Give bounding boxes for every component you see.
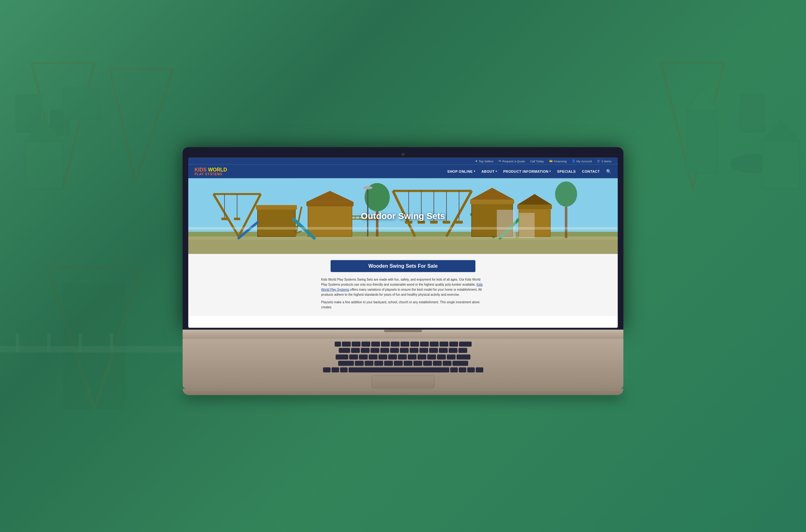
key[interactable] xyxy=(430,341,439,346)
key[interactable] xyxy=(410,341,419,346)
svg-rect-67 xyxy=(405,221,413,224)
key[interactable] xyxy=(349,354,358,359)
key[interactable] xyxy=(427,354,436,359)
cart-link[interactable]: 🛒 0 Items xyxy=(597,159,611,163)
key[interactable] xyxy=(443,361,452,366)
key[interactable] xyxy=(459,367,466,373)
search-button[interactable]: 🔍 xyxy=(606,169,611,174)
key[interactable] xyxy=(351,348,360,353)
laptop-hinge-area xyxy=(183,329,623,338)
svg-rect-44 xyxy=(256,205,297,210)
logo[interactable]: KIDS WORLD PLAY SYSTEMS xyxy=(195,167,227,176)
key[interactable] xyxy=(380,348,389,353)
key[interactable] xyxy=(447,354,456,359)
key[interactable] xyxy=(365,361,373,366)
nav-product-info[interactable]: PRODUCT INFORMATION ▾ xyxy=(503,170,551,173)
keyboard xyxy=(216,341,590,373)
nav-specials[interactable]: SPECIALS xyxy=(557,170,576,173)
key[interactable] xyxy=(355,361,364,366)
key[interactable] xyxy=(429,348,438,353)
key[interactable] xyxy=(457,354,470,359)
key[interactable] xyxy=(369,354,378,359)
key[interactable] xyxy=(419,348,428,353)
top-bar: ★ Top Sellers ✉ Request a Quote Call Tod… xyxy=(188,158,618,164)
hero-title: Outdoor Swing Sets xyxy=(361,211,445,221)
logo-kids: KIDS xyxy=(195,167,208,172)
key[interactable] xyxy=(394,361,403,366)
key[interactable] xyxy=(467,367,475,373)
key[interactable] xyxy=(409,348,418,353)
key[interactable] xyxy=(331,367,339,373)
key[interactable] xyxy=(440,341,448,346)
key[interactable] xyxy=(459,341,472,346)
laptop-camera xyxy=(401,153,405,156)
request-quote-link[interactable]: ✉ Request a Quote xyxy=(499,159,525,163)
key[interactable] xyxy=(336,354,348,359)
svg-rect-74 xyxy=(470,200,514,204)
hero-section: Outdoor Swing Sets xyxy=(188,178,618,254)
key[interactable] xyxy=(371,341,380,346)
logo-world: WORLD xyxy=(208,167,227,172)
trackpad[interactable] xyxy=(371,375,435,388)
nav-contact[interactable]: CONTACT xyxy=(582,170,600,173)
key[interactable] xyxy=(374,361,383,366)
key[interactable] xyxy=(450,367,458,373)
svg-rect-41 xyxy=(221,218,227,220)
key[interactable] xyxy=(418,354,426,359)
key[interactable] xyxy=(449,341,458,346)
nav-shop-online[interactable]: SHOP ONLINE ▾ xyxy=(447,170,475,173)
key[interactable] xyxy=(458,348,467,353)
key[interactable] xyxy=(379,354,387,359)
key-row-4 xyxy=(216,361,590,366)
financing-link[interactable]: 💳 Financing xyxy=(549,159,567,163)
svg-rect-42 xyxy=(234,218,240,220)
user-icon: 👤 xyxy=(572,159,575,163)
key[interactable] xyxy=(352,341,361,346)
key[interactable] xyxy=(338,361,354,366)
key[interactable] xyxy=(390,348,399,353)
svg-rect-71 xyxy=(455,221,463,224)
key[interactable] xyxy=(453,361,468,366)
key[interactable] xyxy=(423,361,432,366)
key[interactable] xyxy=(388,354,397,359)
call-today-link[interactable]: Call Today xyxy=(530,159,544,163)
key[interactable] xyxy=(342,341,351,346)
my-account-link[interactable]: 👤 My Account xyxy=(572,159,592,163)
key[interactable] xyxy=(398,354,407,359)
key[interactable] xyxy=(448,348,457,353)
dropdown-arrow-about: ▾ xyxy=(496,170,497,173)
key[interactable] xyxy=(439,348,448,353)
top-sellers-link[interactable]: ★ Top Sellers xyxy=(475,159,494,163)
dropdown-arrow-product: ▾ xyxy=(549,170,551,173)
svg-rect-43 xyxy=(258,207,295,236)
key[interactable] xyxy=(400,348,409,353)
website: ★ Top Sellers ✉ Request a Quote Call Tod… xyxy=(188,158,618,327)
key[interactable] xyxy=(401,341,409,346)
key[interactable] xyxy=(335,341,341,346)
key[interactable] xyxy=(414,361,422,366)
laptop-keyboard-area xyxy=(183,338,623,388)
key[interactable] xyxy=(420,341,429,346)
key[interactable] xyxy=(391,341,400,346)
key[interactable] xyxy=(404,361,413,366)
key[interactable] xyxy=(476,367,483,373)
svg-rect-35 xyxy=(188,236,618,254)
key[interactable] xyxy=(362,341,370,346)
nav-about[interactable]: ABOUT ▾ xyxy=(481,170,497,173)
spacebar-key[interactable] xyxy=(349,367,449,373)
key[interactable] xyxy=(339,348,350,353)
key[interactable] xyxy=(370,348,379,353)
screen-content: ★ Top Sellers ✉ Request a Quote Call Tod… xyxy=(188,158,618,327)
key[interactable] xyxy=(381,341,390,346)
key[interactable] xyxy=(408,354,417,359)
key[interactable] xyxy=(340,367,348,373)
key[interactable] xyxy=(359,354,368,359)
key[interactable] xyxy=(433,361,442,366)
key[interactable] xyxy=(384,361,393,366)
key[interactable] xyxy=(361,348,370,353)
svg-rect-89 xyxy=(188,227,618,230)
key[interactable] xyxy=(323,367,331,373)
hero-text-overlay: Outdoor Swing Sets xyxy=(361,211,445,221)
svg-rect-81 xyxy=(519,213,535,238)
key[interactable] xyxy=(437,354,446,359)
